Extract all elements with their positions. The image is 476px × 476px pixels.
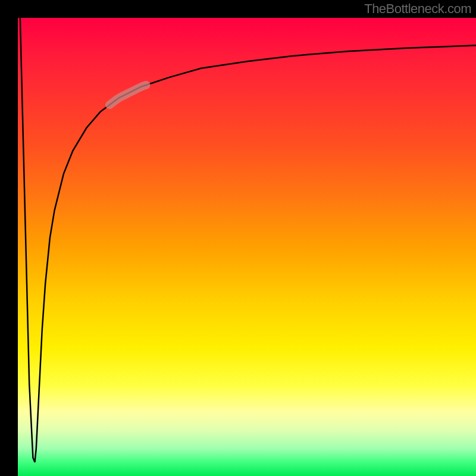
bottleneck-curve xyxy=(18,18,476,476)
curve-line xyxy=(20,18,476,462)
chart-plot-area xyxy=(18,18,476,476)
attribution-text: TheBottleneck.com xyxy=(364,1,471,17)
highlight-segment xyxy=(109,85,146,105)
